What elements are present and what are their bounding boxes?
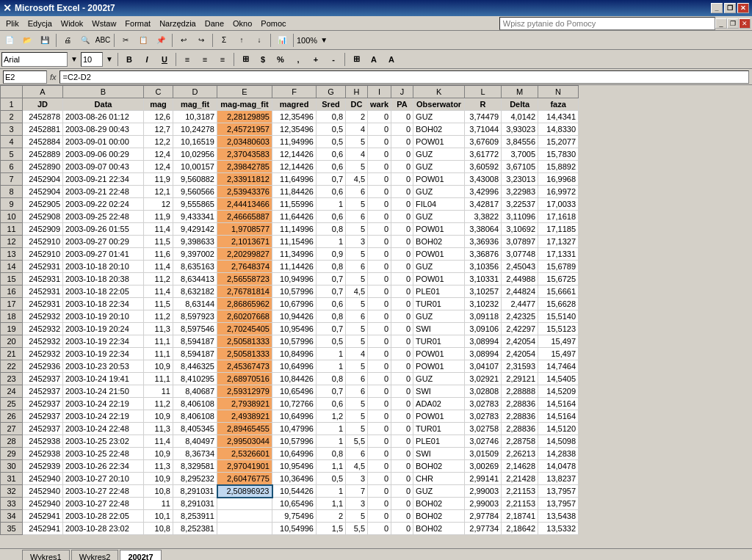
cell-r30-c1[interactable]: 2003-10-26 22:34 <box>63 460 144 473</box>
cell-r13-c1[interactable]: 2003-09-27 01:41 <box>63 248 144 261</box>
cell-r11-c12[interactable]: 3,10692 <box>502 223 538 236</box>
cell-r21-c2[interactable]: 11,1 <box>144 348 173 360</box>
cell-r34-c4[interactable] <box>217 510 272 523</box>
cell-r30-c7[interactable]: 4,5 <box>346 460 368 473</box>
cell-r22-c11[interactable]: 3,04107 <box>465 360 502 373</box>
cell-r28-c9[interactable]: 0 <box>391 435 413 448</box>
cell-r33-c11[interactable]: 2,99003 <box>465 498 502 510</box>
cell-r9-c11[interactable]: 3,42817 <box>465 198 502 211</box>
cell-r20-c13[interactable]: 15,497 <box>538 335 579 348</box>
cell-r5-c12[interactable]: 3,7005 <box>502 148 538 161</box>
cell-r22-c8[interactable]: 0 <box>368 360 391 373</box>
preview-button[interactable]: 🔍 <box>77 32 93 48</box>
header-cell-12[interactable]: Delta <box>502 98 538 111</box>
print-button[interactable]: 🖨 <box>59 32 76 48</box>
cell-r30-c6[interactable]: 1,1 <box>317 460 346 473</box>
cell-r5-c9[interactable]: 0 <box>391 148 413 161</box>
cell-r3-c11[interactable]: 3,71044 <box>465 123 502 136</box>
cell-r13-c8[interactable]: 0 <box>368 248 391 261</box>
cell-r16-c7[interactable]: 4,5 <box>346 286 368 298</box>
cell-r23-c4[interactable]: 2,68970516 <box>217 373 272 385</box>
cell-r32-c9[interactable]: 0 <box>391 485 413 498</box>
cell-r17-c0[interactable]: 2452931 <box>23 298 63 310</box>
header-cell-11[interactable]: R <box>465 98 502 111</box>
cell-r28-c12[interactable]: 2,28758 <box>502 435 538 448</box>
cell-r28-c0[interactable]: 2452938 <box>23 435 63 448</box>
cell-r31-c13[interactable]: 13,8237 <box>538 473 579 485</box>
cell-r16-c11[interactable]: 3,10257 <box>465 286 502 298</box>
cell-r34-c7[interactable]: 5 <box>346 510 368 523</box>
cell-r32-c2[interactable]: 10,8 <box>144 485 173 498</box>
cell-r4-c1[interactable]: 2003-09-01 00:00 <box>63 136 144 148</box>
cell-r20-c6[interactable]: 0,5 <box>317 335 346 348</box>
cell-r18-c6[interactable]: 0,8 <box>317 310 346 323</box>
cell-r6-c2[interactable]: 12,4 <box>144 161 173 173</box>
menu-edycja[interactable]: Edycja <box>24 18 57 29</box>
tab-wykres2[interactable]: Wykres2 <box>71 550 119 560</box>
header-cell-2[interactable]: mag <box>144 98 173 111</box>
cell-r7-c12[interactable]: 3,23013 <box>502 173 538 186</box>
cell-r4-c6[interactable]: 0,5 <box>317 136 346 148</box>
cell-r19-c5[interactable]: 10,95496 <box>272 323 317 335</box>
cell-r28-c13[interactable]: 14,5098 <box>538 435 579 448</box>
comma-button[interactable]: , <box>290 52 306 67</box>
cell-r11-c9[interactable]: 0 <box>391 223 413 236</box>
cell-r30-c12[interactable]: 2,14628 <box>502 460 538 473</box>
cell-r35-c11[interactable]: 2,97734 <box>465 523 502 535</box>
cell-r31-c12[interactable]: 2,21428 <box>502 473 538 485</box>
cell-r31-c1[interactable]: 2003-10-27 20:10 <box>63 473 144 485</box>
cell-r10-c11[interactable]: 3,3822 <box>465 211 502 223</box>
header-cell-1[interactable]: Data <box>63 98 144 111</box>
cell-r33-c8[interactable]: 0 <box>368 498 391 510</box>
cell-r18-c7[interactable]: 6 <box>346 310 368 323</box>
cell-r13-c5[interactable]: 11,34996 <box>272 248 317 261</box>
cell-r31-c5[interactable]: 10,36496 <box>272 473 317 485</box>
cell-r12-c3[interactable]: 9,398633 <box>173 236 217 248</box>
cell-r6-c0[interactable]: 2452890 <box>23 161 63 173</box>
cell-r18-c11[interactable]: 3,09118 <box>465 310 502 323</box>
cell-r27-c9[interactable]: 0 <box>391 423 413 435</box>
cell-r32-c10[interactable]: GUZ <box>413 485 465 498</box>
cell-r9-c1[interactable]: 2003-09-22 02:24 <box>63 198 144 211</box>
cell-r30-c5[interactable]: 10,95496 <box>272 460 317 473</box>
cell-r7-c5[interactable]: 11,64996 <box>272 173 317 186</box>
tab-2002t7[interactable]: 2002t7 <box>120 550 161 560</box>
zoom-dropdown[interactable]: ▼ <box>319 32 329 48</box>
cell-r21-c3[interactable]: 8,594187 <box>173 348 217 360</box>
cell-r24-c13[interactable]: 14,5209 <box>538 385 579 398</box>
cell-r29-c13[interactable]: 14,2838 <box>538 448 579 460</box>
cell-r10-c7[interactable]: 6 <box>346 211 368 223</box>
menu-widok[interactable]: Widok <box>57 18 88 29</box>
cell-r21-c6[interactable]: 1 <box>317 348 346 360</box>
cell-r22-c13[interactable]: 14,7464 <box>538 360 579 373</box>
cell-r20-c5[interactable]: 10,57996 <box>272 335 317 348</box>
cell-r9-c5[interactable]: 11,55996 <box>272 198 317 211</box>
bold-button[interactable]: B <box>121 52 137 67</box>
cell-r8-c5[interactable]: 11,84426 <box>272 186 317 198</box>
cell-r29-c5[interactable]: 10,64996 <box>272 448 317 460</box>
cell-r16-c6[interactable]: 0,7 <box>317 286 346 298</box>
cell-r26-c4[interactable]: 2,4938921 <box>217 410 272 423</box>
cell-r12-c9[interactable]: 0 <box>391 236 413 248</box>
cell-r10-c1[interactable]: 2003-09-25 22:48 <box>63 211 144 223</box>
cell-r26-c2[interactable]: 10,9 <box>144 410 173 423</box>
cell-r12-c13[interactable]: 17,1327 <box>538 236 579 248</box>
cell-r18-c12[interactable]: 2,42325 <box>502 310 538 323</box>
cell-r22-c1[interactable]: 2003-10-23 20:53 <box>63 360 144 373</box>
cell-r30-c0[interactable]: 2452939 <box>23 460 63 473</box>
cell-r10-c2[interactable]: 11,9 <box>144 211 173 223</box>
cell-r24-c11[interactable]: 3,02808 <box>465 385 502 398</box>
cell-r10-c0[interactable]: 2452908 <box>23 211 63 223</box>
align-center-button[interactable]: ≡ <box>197 52 213 67</box>
cell-r7-c9[interactable]: 0 <box>391 173 413 186</box>
cell-r35-c4[interactable] <box>217 523 272 535</box>
font-color-button[interactable]: A <box>383 52 400 67</box>
cell-r16-c2[interactable]: 11,4 <box>144 286 173 298</box>
app-minimize-btn[interactable]: _ <box>715 18 727 29</box>
cell-r8-c6[interactable]: 0,6 <box>317 186 346 198</box>
cell-r10-c4[interactable]: 2,46665887 <box>217 211 272 223</box>
cell-r14-c10[interactable]: GUZ <box>413 261 465 273</box>
cell-r4-c5[interactable]: 11,94996 <box>272 136 317 148</box>
cell-r11-c7[interactable]: 5 <box>346 223 368 236</box>
cell-reference-box[interactable]: E2 <box>3 70 47 84</box>
